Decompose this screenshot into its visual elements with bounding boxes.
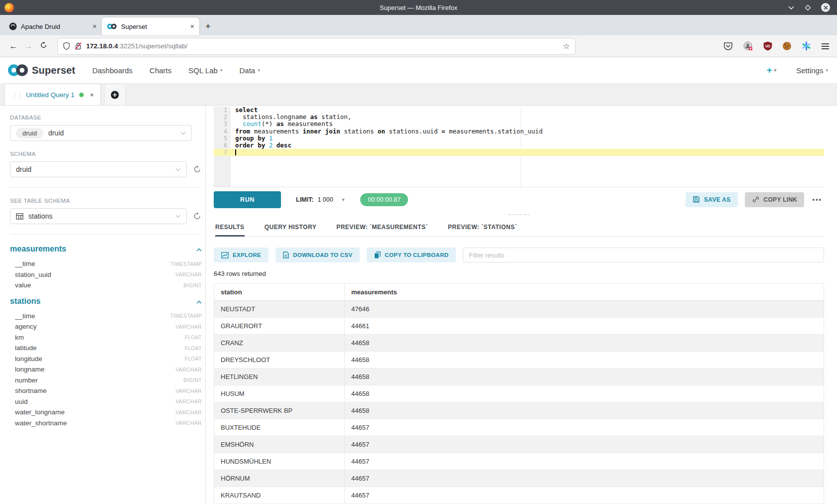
- save-as-button[interactable]: SAVE AS: [686, 192, 737, 207]
- table-icon: [16, 213, 23, 220]
- tab-preview-stations[interactable]: PREVIEW: `STATIONS`: [448, 218, 517, 236]
- more-actions-icon[interactable]: •••: [812, 196, 822, 203]
- download-csv-button[interactable]: DOWNLOAD TO CSV: [276, 248, 360, 262]
- browser-tab-superset[interactable]: Superset ×: [102, 17, 199, 35]
- sql-token: on: [378, 127, 385, 135]
- ublock-shield-icon[interactable]: UD: [763, 41, 772, 51]
- query-tab-untitled-1[interactable]: ⋮⋮ Untitled Query 1 ×: [4, 84, 101, 105]
- collapse-toggle[interactable]: [196, 245, 202, 253]
- refresh-schemas-icon[interactable]: [193, 165, 201, 173]
- forward-button[interactable]: →: [21, 41, 36, 51]
- sql-token: inner join: [302, 127, 340, 135]
- tab-results[interactable]: RESULTS: [215, 218, 245, 236]
- measurements-cell: 44658: [345, 352, 824, 369]
- menu-hamburger-icon[interactable]: [822, 43, 829, 49]
- tab-query-history[interactable]: QUERY HISTORY: [265, 218, 317, 236]
- station-cell: KRAUTSAND: [214, 487, 345, 504]
- new-tab-button[interactable]: +: [205, 21, 211, 32]
- tab-close-icon[interactable]: ×: [93, 22, 97, 30]
- query-tab-label: Untitled Query 1: [26, 91, 75, 99]
- column-row: water_longnameVARCHAR: [10, 407, 202, 418]
- chevron-down-icon: ▾: [774, 68, 777, 73]
- explore-button[interactable]: EXPLORE: [214, 248, 269, 262]
- query-tab-close-icon[interactable]: ×: [90, 91, 94, 99]
- editor-code[interactable]: select stations.longname as station, cou…: [231, 107, 824, 187]
- explore-label: EXPLORE: [233, 252, 261, 258]
- column-name: shortname: [15, 387, 47, 394]
- tab-preview-measurements[interactable]: PREVIEW: `MEASUREMENTS`: [336, 218, 428, 236]
- chevron-down-icon: ▾: [342, 197, 345, 202]
- column-row: longitudeFLOAT: [10, 354, 202, 365]
- table-section-heading[interactable]: stations: [10, 297, 202, 306]
- table-select[interactable]: stations: [10, 208, 187, 224]
- browser-tab-apache-druid[interactable]: Apache Druid ×: [4, 17, 102, 35]
- database-label: DATABASE: [10, 115, 201, 121]
- window-close-button[interactable]: [821, 3, 830, 12]
- column-row: latitudeFLOAT: [10, 343, 202, 354]
- window-minimize-icon[interactable]: [788, 5, 795, 10]
- copy-to-clipboard-label: COPY TO CLIPBOARD: [385, 252, 448, 258]
- sql-editor[interactable]: 1234567 select stations.longname as stat…: [214, 107, 824, 187]
- table-row: CRANZ44658: [214, 335, 824, 352]
- nav-item-data[interactable]: Data▾: [239, 66, 260, 75]
- add-query-tab-button[interactable]: [104, 84, 126, 105]
- extension-privacy-icon[interactable]: [743, 41, 753, 51]
- cookie-extension-icon[interactable]: [783, 42, 791, 50]
- new-item-button[interactable]: +▾: [767, 65, 777, 76]
- query-tab-strip: ⋮⋮ Untitled Query 1 ×: [0, 84, 837, 106]
- bookmark-star-icon[interactable]: ☆: [563, 41, 570, 51]
- database-select[interactable]: druid druid: [10, 125, 192, 141]
- asterisk-extension-icon[interactable]: [802, 41, 811, 51]
- superset-favicon: [107, 23, 117, 30]
- back-button[interactable]: ←: [6, 41, 21, 51]
- superset-logo[interactable]: Superset: [7, 63, 75, 77]
- collapse-toggle[interactable]: [196, 297, 202, 306]
- pocket-icon[interactable]: [723, 42, 733, 51]
- table-section-heading[interactable]: measurements: [10, 245, 202, 253]
- url-text[interactable]: 172.18.0.4:32251/superset/sqllab/: [86, 42, 558, 50]
- results-column-header[interactable]: measurements: [345, 284, 824, 301]
- measurements-cell: 44658: [345, 335, 824, 352]
- insecure-lock-icon[interactable]: [75, 42, 82, 50]
- address-bar[interactable]: 172.18.0.4:32251/superset/sqllab/ ☆: [58, 38, 575, 54]
- measurements-cell: 44657: [345, 470, 824, 487]
- copy-to-clipboard-button[interactable]: COPY TO CLIPBOARD: [367, 248, 456, 262]
- column-row: __timeTIMESTAMP: [10, 258, 202, 269]
- download-csv-label: DOWNLOAD TO CSV: [293, 252, 352, 258]
- nav-item-dashboards[interactable]: Dashboards: [92, 66, 133, 75]
- shield-icon[interactable]: [63, 42, 70, 50]
- column-row: valueBIGINT: [10, 280, 202, 291]
- table-section-measurements: measurements__timeTIMESTAMPstation_uuidV…: [10, 245, 201, 291]
- tab-close-icon[interactable]: ×: [190, 22, 194, 30]
- code-line: select: [231, 107, 824, 114]
- column-type: VARCHAR: [175, 409, 202, 415]
- pane-resize-handle[interactable]: [214, 212, 824, 218]
- nav-item-sql-lab[interactable]: SQL Lab▾: [188, 66, 222, 75]
- column-name: value: [15, 281, 31, 289]
- results-column-header[interactable]: station: [214, 284, 345, 301]
- limit-control[interactable]: LIMIT: 1 000 ▾: [296, 196, 344, 203]
- nav-item-charts[interactable]: Charts: [149, 66, 171, 75]
- filter-results-input[interactable]: [463, 248, 824, 262]
- column-name: station_uuid: [15, 271, 51, 278]
- refresh-tables-icon[interactable]: [193, 212, 201, 220]
- close-icon: [824, 5, 828, 10]
- run-button[interactable]: RUN: [214, 191, 281, 208]
- drag-handle-icon[interactable]: ⋮⋮: [11, 91, 21, 99]
- column-type: BIGINT: [183, 377, 202, 383]
- station-cell: HUSUM: [214, 385, 345, 402]
- save-icon: [693, 196, 700, 203]
- window-maximize-icon[interactable]: [805, 4, 811, 11]
- chevron-up-icon: [196, 300, 202, 304]
- column-type: VARCHAR: [175, 388, 202, 394]
- settings-menu[interactable]: Settings▾: [796, 66, 828, 75]
- see-table-schema-label: SEE TABLE SCHEMA: [10, 198, 201, 204]
- sql-token: measurements: [250, 127, 302, 135]
- schema-select[interactable]: druid: [10, 161, 187, 177]
- line-number: 1: [214, 107, 231, 114]
- line-number: 7: [214, 149, 231, 156]
- reload-button[interactable]: [36, 41, 51, 51]
- column-row: __timeTIMESTAMP: [10, 311, 202, 322]
- measurements-cell: 44657: [345, 436, 824, 453]
- copy-link-button[interactable]: COPY LINK: [745, 192, 805, 207]
